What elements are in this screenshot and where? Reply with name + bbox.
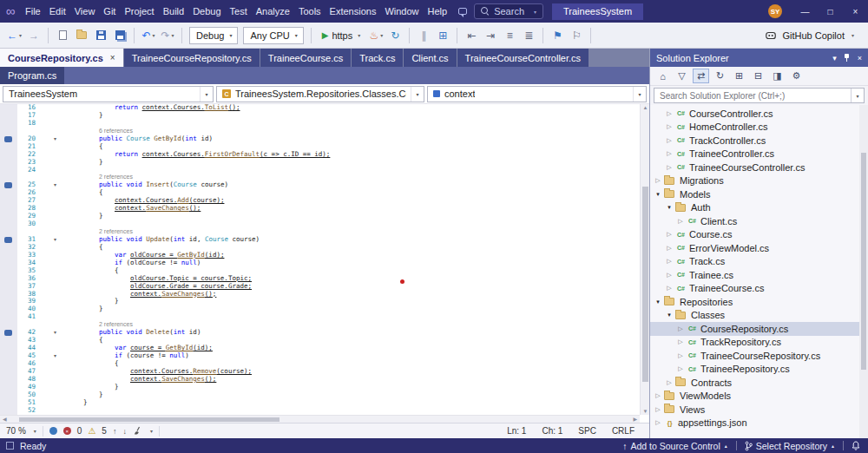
save-icon[interactable]	[92, 26, 109, 45]
outline-margin[interactable]	[38, 376, 68, 384]
indicator-margin[interactable]	[0, 407, 17, 415]
collapsed-arrow-icon[interactable]: ▷	[675, 352, 686, 359]
feedback-icon[interactable]	[458, 8, 467, 15]
tree-item-traineecourse-cs[interactable]: ▷C#TraineeCourse.cs	[650, 282, 868, 296]
tree-item-homecontroller-cs[interactable]: ▷C#HomeController.cs	[650, 121, 868, 135]
scrollbar-thumb[interactable]	[19, 417, 279, 422]
outline-margin[interactable]	[38, 283, 68, 291]
error-icon[interactable]: ×	[63, 427, 71, 435]
outline-margin[interactable]	[38, 407, 68, 415]
solution-name-badge[interactable]: TraineesSystem	[552, 3, 643, 20]
indent-decrease-icon[interactable]: ⇤	[463, 26, 480, 45]
collapsed-arrow-icon[interactable]: ▷	[675, 325, 686, 332]
outline-margin[interactable]	[38, 220, 68, 228]
tree-item-traineecourserepository-cs[interactable]: ▷C#TraineeCourseRepository.cs	[650, 349, 868, 363]
indicator-margin[interactable]	[0, 305, 17, 313]
indicator-margin[interactable]	[0, 384, 17, 391]
collapsed-arrow-icon[interactable]: ▷	[675, 338, 686, 345]
window-position-icon[interactable]: ▾	[832, 54, 837, 62]
collapse-all-icon[interactable]: ⊟	[750, 69, 766, 83]
outline-margin[interactable]	[38, 244, 68, 252]
solution-explorer-scrollbar[interactable]	[859, 105, 868, 438]
collapsed-arrow-icon[interactable]: ▷	[664, 137, 674, 144]
outline-margin[interactable]	[38, 143, 68, 151]
indicator-margin[interactable]	[0, 291, 17, 299]
avatar[interactable]: SY	[768, 4, 782, 18]
outline-margin[interactable]	[38, 252, 68, 259]
collapsed-arrow-icon[interactable]: ▷	[664, 123, 674, 130]
menu-file[interactable]: File	[21, 0, 45, 23]
tree-item-course-cs[interactable]: ▷C#Course.cs	[650, 228, 868, 242]
indent-increase-icon[interactable]: ⇥	[482, 26, 499, 45]
bookmark-list-icon[interactable]: ⚐	[568, 26, 585, 45]
collapse-chevron-icon[interactable]: ▾	[54, 236, 56, 244]
warning-icon[interactable]: ⚠	[88, 426, 95, 436]
solution-search-input[interactable]: Search Solution Explorer (Ctrl+;) ▾	[654, 88, 865, 103]
indicator-margin[interactable]	[0, 399, 17, 407]
code-cleanup-icon[interactable]	[133, 426, 142, 436]
indicator-margin[interactable]	[0, 143, 17, 151]
collapsed-arrow-icon[interactable]: ▷	[675, 218, 686, 225]
tree-item-trackrepository-cs[interactable]: ▷C#TrackRepository.cs	[650, 336, 868, 350]
redo-icon[interactable]: ↷▾	[159, 26, 176, 45]
github-copilot-button[interactable]: GitHub Copilot ▾	[765, 30, 863, 42]
indicator-margin[interactable]	[0, 167, 17, 174]
chevron-down-icon[interactable]: ▾	[150, 428, 153, 434]
tree-item-migrations[interactable]: ▷Migrations	[650, 174, 868, 188]
expanded-arrow-icon[interactable]: ▾	[653, 299, 663, 305]
collapsed-arrow-icon[interactable]: ▷	[664, 258, 674, 265]
outline-margin[interactable]	[38, 189, 68, 197]
menu-project[interactable]: Project	[120, 0, 158, 23]
indicator-margin[interactable]	[0, 360, 17, 368]
next-issue-icon[interactable]: ↓	[122, 427, 127, 436]
tree-item-trackcontroller-cs[interactable]: ▷C#TrackController.cs	[650, 134, 868, 148]
outline-margin[interactable]	[38, 298, 68, 305]
show-all-files-icon[interactable]: ⊞	[731, 69, 747, 83]
type-dropdown[interactable]: C TraineesSystem.Repositories.Classes.Co…	[216, 86, 424, 102]
home-icon[interactable]: ⌂	[654, 69, 671, 83]
outline-margin[interactable]	[38, 120, 68, 128]
outline-margin[interactable]	[38, 360, 68, 368]
expanded-arrow-icon[interactable]: ▾	[664, 312, 674, 318]
tree-item-models[interactable]: ▾Models	[650, 187, 868, 201]
collapsed-arrow-icon[interactable]: ▷	[664, 272, 674, 279]
collapsed-arrow-icon[interactable]: ▷	[664, 379, 674, 386]
indentation-indicator[interactable]: SPC	[578, 426, 596, 436]
bookmark-toggle-icon[interactable]: ⚑	[549, 26, 566, 45]
chevron-down-icon[interactable]: ▾	[34, 428, 36, 434]
collapsed-arrow-icon[interactable]: ▷	[653, 392, 663, 399]
indicator-margin[interactable]	[0, 197, 17, 205]
outline-margin[interactable]	[38, 321, 68, 329]
indicator-margin[interactable]	[0, 228, 17, 236]
outline-margin[interactable]	[38, 112, 68, 120]
visual-studio-logo-icon[interactable]: ∞	[0, 0, 21, 23]
tree-item-track-cs[interactable]: ▷C#Track.cs	[650, 255, 868, 269]
new-file-icon[interactable]	[54, 26, 71, 45]
outline-margin[interactable]	[38, 384, 68, 391]
search-box[interactable]: Search ▾	[474, 3, 543, 19]
menu-test[interactable]: Test	[226, 0, 252, 23]
project-dropdown[interactable]: TraineesSystem ▾	[3, 86, 214, 102]
outline-margin[interactable]	[38, 104, 68, 112]
tree-item-auth[interactable]: ▾Auth	[650, 201, 868, 215]
indicator-margin[interactable]	[0, 181, 17, 189]
outline-margin[interactable]	[38, 313, 68, 321]
tree-item-client-cs[interactable]: ▷C#Client.cs	[650, 214, 868, 228]
outline-margin[interactable]: ▾	[38, 329, 68, 337]
indicator-margin[interactable]	[0, 298, 17, 305]
scrollbar-thumb[interactable]	[642, 187, 648, 382]
outline-margin[interactable]	[38, 337, 68, 345]
indicator-margin[interactable]	[0, 205, 17, 213]
add-to-source-control-button[interactable]: ↑ Add to Source Control ▲	[615, 438, 736, 453]
zoom-level[interactable]: 70 %	[6, 426, 26, 436]
close-icon[interactable]: ×	[110, 53, 115, 62]
indicator-margin[interactable]	[0, 368, 17, 376]
sync-active-document-icon[interactable]: ⇄	[693, 69, 709, 83]
editor-horizontal-scrollbar[interactable]: ◀ ▶	[0, 415, 640, 423]
collapse-chevron-icon[interactable]: ▾	[54, 329, 56, 337]
tab-traineecourserepository-cs[interactable]: TraineeCourseRepository.cs	[124, 49, 260, 67]
outline-margin[interactable]	[38, 174, 68, 181]
indicator-margin[interactable]	[0, 174, 17, 181]
minimize-button[interactable]: —	[792, 0, 818, 23]
expanded-arrow-icon[interactable]: ▾	[664, 204, 674, 211]
